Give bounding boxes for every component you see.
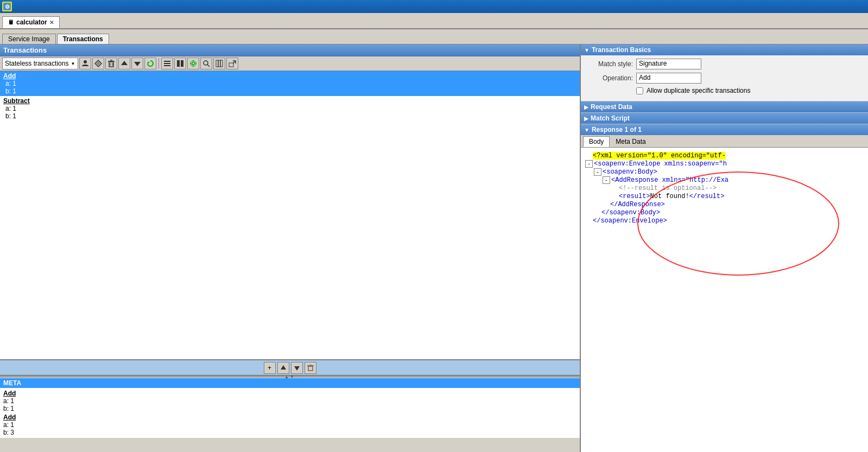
svg-marker-33 (281, 365, 286, 370)
duplicate-label: Allow duplicate specific transactions (647, 87, 750, 94)
add-person-button[interactable] (79, 58, 91, 69)
delete-button[interactable] (105, 58, 117, 69)
meta-item-add-1[interactable]: Add a: 1 b: 1 (0, 389, 580, 413)
svg-rect-13 (164, 61, 170, 62)
meta-param-add-1-a: a: 1 (3, 397, 576, 405)
search-button[interactable] (200, 58, 212, 69)
title-bar: ⚙ (0, 0, 868, 13)
up-arrow-icon (121, 60, 128, 67)
xml-expand-envelope[interactable]: - (585, 160, 593, 168)
list-down-button[interactable] (291, 362, 303, 374)
match-style-input[interactable]: Signature (636, 59, 701, 69)
service-image-tab-label: Service Image (8, 35, 50, 43)
duplicate-row: Allow duplicate specific transactions (636, 87, 865, 94)
metadata-tab[interactable]: Meta Data (610, 136, 651, 147)
xml-line-8: </soapenv:Body> (594, 209, 864, 217)
calculator-tab-label: calculator (16, 18, 47, 26)
xml-line-7: </AddResponse> (603, 201, 864, 208)
duplicate-checkbox[interactable] (636, 87, 643, 94)
transaction-item-subtract[interactable]: Subtract a: 1 b: 1 (0, 96, 580, 121)
meta-list: Add a: 1 b: 1 Add a: 1 b: 3 (0, 388, 580, 438)
xml-line-5: <!--result is optional--> (611, 184, 864, 192)
svg-point-19 (191, 61, 196, 66)
transactions-tab-label: Transactions (63, 35, 103, 43)
svg-rect-35 (308, 366, 313, 371)
meta-param-add-2-a: a: 1 (3, 421, 576, 429)
toolbar-separator-1 (159, 58, 159, 69)
svg-rect-5 (109, 62, 113, 67)
columns-button[interactable] (213, 58, 225, 69)
settings-button[interactable] (187, 58, 199, 69)
svg-rect-26 (216, 60, 218, 67)
svg-marker-34 (294, 366, 300, 371)
export-button[interactable] (226, 58, 238, 69)
xml-body-close: </soapenv:Body> (601, 209, 660, 217)
move-down-button[interactable] (131, 58, 143, 69)
transactions-header-label: Transactions (3, 46, 47, 54)
svg-point-24 (204, 61, 208, 65)
transaction-basics-header[interactable]: ▼ Transaction Basics (581, 44, 868, 55)
list-view-2-button[interactable] (174, 58, 186, 69)
main-container: Service Image Transactions Transactions … (0, 29, 868, 452)
xml-expand-body[interactable]: - (594, 168, 601, 176)
xml-line-2: - <soapenv:Envelope xmlns:soapenv="h (585, 160, 864, 168)
request-data-label: Request Data (591, 103, 632, 111)
meta-param-add-1-b: b: 1 (3, 405, 576, 412)
list-add-button[interactable]: + (264, 362, 276, 374)
transaction-param-add-b: b: 1 (3, 87, 576, 95)
match-style-row: Match style: Signature (584, 59, 865, 69)
transaction-param-add-a: a: 1 (3, 80, 576, 87)
operation-value: Add (639, 74, 650, 81)
list-up-button[interactable] (277, 362, 289, 374)
calculator-tab-icon: 🖩 (8, 19, 14, 26)
response-label: Response 1 of 1 (592, 126, 642, 133)
refresh-button[interactable] (144, 58, 156, 69)
response-collapse-icon: ▼ (584, 127, 590, 133)
list-up-icon (280, 365, 287, 371)
transaction-name-add: Add (3, 72, 576, 80)
transactions-section-header: Transactions (0, 44, 580, 56)
svg-point-18 (192, 62, 195, 65)
transactions-tab[interactable]: Transactions (57, 34, 109, 44)
meta-item-add-2[interactable]: Add a: 1 b: 3 (0, 413, 580, 437)
xml-line-6: <result>Not found!</result> (611, 193, 864, 200)
operation-input[interactable]: Add (636, 73, 701, 84)
xml-line-1: <?xml version="1.0" encoding="utf- (585, 152, 864, 160)
body-tab[interactable]: Body (583, 136, 610, 147)
meta-name-add-2: Add (3, 413, 576, 421)
diamond-button[interactable] (92, 58, 104, 69)
person-icon (81, 59, 90, 68)
match-script-header[interactable]: ▶ Match Script (581, 113, 868, 124)
meta-header-label: META (3, 379, 21, 387)
list-view-1-icon (163, 60, 171, 67)
xml-result-value: Not found! (650, 193, 689, 200)
svg-line-25 (207, 65, 210, 67)
xml-addresponse-close: </AddResponse> (610, 201, 665, 208)
operation-row: Operation: Add (584, 73, 865, 84)
xml-envelope-close: </soapenv:Envelope> (593, 217, 667, 225)
trash-icon (107, 60, 115, 67)
calculator-tab[interactable]: 🖩 calculator ✕ (2, 16, 60, 28)
transaction-item-add[interactable]: Add a: 1 b: 1 (0, 71, 580, 96)
service-image-tab[interactable]: Service Image (2, 34, 56, 44)
svg-point-2 (84, 60, 87, 63)
transaction-list[interactable]: Add a: 1 b: 1 Subtract a: 1 b: 1 (0, 71, 580, 360)
response-header[interactable]: ▼ Response 1 of 1 (581, 124, 868, 135)
export-icon (229, 60, 236, 67)
list-view-1-button[interactable] (161, 58, 173, 69)
list-delete-button[interactable] (305, 362, 316, 374)
transaction-type-dropdown[interactable]: Stateless transactions ▼ (2, 58, 78, 69)
close-tab-button[interactable]: ✕ (49, 20, 54, 26)
list-view-2-icon (176, 60, 184, 67)
response-section: ▼ Response 1 of 1 Body Meta Data (581, 124, 868, 452)
meta-header: META (0, 378, 580, 388)
request-data-header[interactable]: ▶ Request Data (581, 101, 868, 112)
move-up-button[interactable] (118, 58, 130, 69)
xml-line-4: - <AddResponse xmlns="http://Exa (603, 176, 864, 184)
search-icon (202, 60, 210, 67)
diamond-icon (94, 60, 102, 67)
xml-expand-addresponse[interactable]: - (603, 176, 610, 184)
svg-rect-16 (177, 60, 180, 67)
svg-rect-17 (181, 60, 183, 67)
dropdown-arrow-icon: ▼ (71, 61, 75, 66)
